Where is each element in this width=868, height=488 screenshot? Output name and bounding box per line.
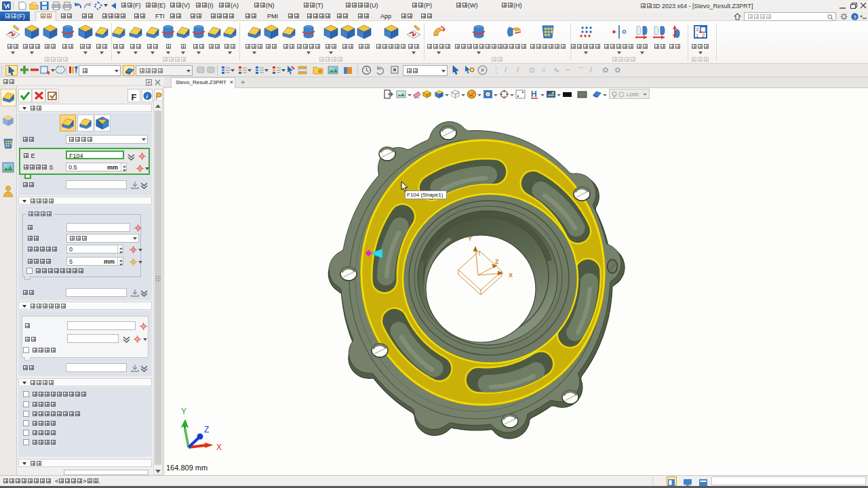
svg-text:Y: Y — [468, 235, 472, 242]
svg-text:X: X — [509, 272, 513, 279]
svg-text:X: X — [216, 443, 222, 452]
svg-text:?: ? — [853, 14, 856, 20]
svg-text:H: H — [531, 89, 537, 99]
svg-text:Z: Z — [204, 425, 209, 434]
svg-text:Y: Y — [181, 407, 186, 416]
svg-text:Z: Z — [495, 258, 499, 265]
